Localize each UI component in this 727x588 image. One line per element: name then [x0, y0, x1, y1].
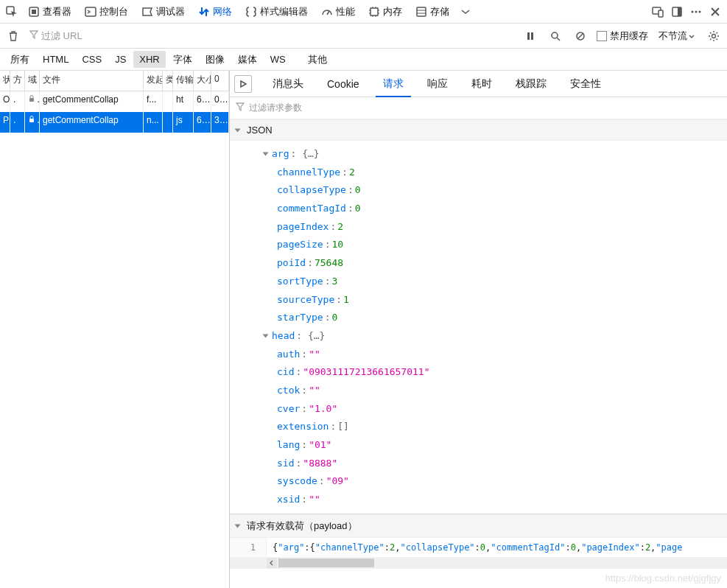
- request-row[interactable]: PO . getCommentCollap n... js 6.... 3...: [0, 112, 229, 133]
- tree-leaf[interactable]: sid: "8888": [250, 455, 727, 473]
- param-filter-input[interactable]: 过滤请求参数: [230, 97, 727, 119]
- block-button[interactable]: [572, 27, 589, 45]
- col-file[interactable]: 文件: [40, 71, 144, 91]
- payload-scrollbar[interactable]: [230, 557, 727, 569]
- tab-performance[interactable]: 性能: [315, 2, 361, 21]
- dtab-stack[interactable]: 栈跟踪: [504, 71, 558, 97]
- tree-leaf[interactable]: pageSize: 10: [250, 236, 727, 254]
- settings-button[interactable]: [705, 27, 723, 45]
- tree-leaf[interactable]: starType: 0: [250, 309, 727, 327]
- tree-node-head[interactable]: head: {…}: [250, 327, 727, 346]
- tab-performance-label: 性能: [336, 5, 355, 18]
- col-status[interactable]: 状: [0, 71, 10, 91]
- tab-inspector-label: 查看器: [43, 5, 71, 18]
- tree-leaf[interactable]: xsid: "": [250, 491, 727, 509]
- detail-content[interactable]: JSON arg: {…} channelType: 2collapseType…: [230, 119, 727, 588]
- filter-icon: [29, 30, 38, 41]
- type-css[interactable]: CSS: [76, 51, 108, 68]
- checkbox-icon: [597, 31, 607, 41]
- tab-memory[interactable]: 内存: [362, 2, 408, 21]
- tree-leaf[interactable]: ctok: "": [250, 382, 727, 400]
- col-initiator[interactable]: 发起: [144, 71, 163, 91]
- url-filter-input[interactable]: 过滤 URL: [27, 28, 174, 44]
- resend-button[interactable]: [234, 75, 252, 93]
- tab-inspector[interactable]: 查看器: [22, 2, 77, 21]
- scroll-left-icon[interactable]: [267, 558, 277, 568]
- scrollbar-thumb[interactable]: [278, 559, 374, 567]
- debugger-icon: [141, 6, 153, 18]
- search-button[interactable]: [547, 27, 564, 45]
- tree-leaf[interactable]: syscode: "09": [250, 472, 727, 491]
- close-devtools-icon[interactable]: [706, 3, 724, 21]
- payload-text[interactable]: {"arg":{"channelType":2,"collapseType":0…: [267, 538, 727, 557]
- request-type-filter: 所有 HTML CSS JS XHR 字体 图像 媒体 WS 其他: [0, 49, 727, 71]
- col-transferred[interactable]: 大小: [194, 71, 211, 91]
- col-method[interactable]: 方: [10, 71, 25, 91]
- tab-console[interactable]: 控制台: [79, 2, 134, 21]
- type-js[interactable]: JS: [109, 51, 132, 68]
- svg-rect-5: [417, 7, 426, 16]
- lock-icon: [28, 95, 37, 104]
- tree-leaf[interactable]: pageIndex: 2: [250, 218, 727, 237]
- tree-leaf[interactable]: auth: "": [250, 346, 727, 364]
- tab-debugger[interactable]: 调试器: [136, 2, 191, 21]
- tab-storage-label: 存储: [430, 5, 449, 18]
- throttle-select[interactable]: 不节流: [656, 28, 698, 44]
- storage-icon: [415, 6, 427, 18]
- tree-leaf[interactable]: poiId: 75648: [250, 254, 727, 273]
- type-xhr[interactable]: XHR: [133, 51, 165, 68]
- pause-button[interactable]: [521, 27, 539, 45]
- tree-leaf[interactable]: channelType: 2: [250, 164, 727, 182]
- type-all[interactable]: 所有: [4, 50, 35, 69]
- tree-leaf[interactable]: cid: "09031117213661657011": [250, 363, 727, 382]
- tree-leaf[interactable]: sortType: 3: [250, 273, 727, 291]
- tree-node-arg[interactable]: arg: {…}: [250, 145, 727, 164]
- col-size[interactable]: 0: [211, 71, 229, 91]
- tree-leaf[interactable]: sourceType: 1: [250, 291, 727, 309]
- tab-storage[interactable]: 存储: [410, 2, 455, 21]
- tree-leaf[interactable]: collapseType: 0: [250, 181, 727, 200]
- payload-section-header[interactable]: 请求有效载荷（payload）: [230, 514, 727, 538]
- tab-style-editor[interactable]: 样式编辑器: [239, 2, 314, 21]
- inspector-icon: [28, 6, 40, 18]
- request-list: 状 方 域 文件 发起 类 传输 大小 0 O . getCommentColl…: [0, 71, 230, 588]
- col-domain[interactable]: 域: [25, 71, 40, 91]
- performance-icon: [321, 6, 333, 18]
- more-tabs-icon[interactable]: [457, 3, 474, 21]
- json-section-header[interactable]: JSON: [230, 119, 727, 141]
- type-html[interactable]: HTML: [37, 51, 74, 68]
- json-tree: arg: {…} channelType: 2collapseType: 0co…: [230, 141, 727, 514]
- tree-leaf[interactable]: lang: "01": [250, 436, 727, 455]
- request-row[interactable]: O . getCommentCollap f... ht 6... 0...: [0, 91, 229, 112]
- tree-leaf[interactable]: cver: "1.0": [250, 400, 727, 419]
- tab-style-label: 样式编辑器: [260, 5, 308, 18]
- twisty-icon: [263, 153, 269, 156]
- disable-cache-checkbox[interactable]: 禁用缓存: [597, 29, 648, 43]
- dtab-security[interactable]: 安全性: [558, 71, 613, 97]
- throttle-label: 不节流: [658, 29, 687, 43]
- type-font[interactable]: 字体: [167, 50, 198, 69]
- param-filter-placeholder: 过滤请求参数: [249, 102, 302, 114]
- dtab-headers[interactable]: 消息头: [261, 71, 315, 97]
- type-image[interactable]: 图像: [200, 50, 231, 69]
- svg-point-12: [699, 10, 701, 13]
- dtab-request[interactable]: 请求: [371, 71, 415, 97]
- tab-network[interactable]: 网络: [192, 2, 238, 21]
- type-ws[interactable]: WS: [264, 51, 292, 68]
- tree-leaf[interactable]: extension: []: [250, 418, 727, 436]
- type-other[interactable]: 其他: [302, 50, 333, 69]
- svg-rect-19: [29, 119, 34, 122]
- dock-side-icon[interactable]: [668, 3, 686, 21]
- dtab-cookies[interactable]: Cookie: [315, 72, 371, 96]
- clear-button[interactable]: [4, 27, 22, 45]
- tree-leaf[interactable]: commentTagId: 0: [250, 200, 727, 218]
- dtab-timing[interactable]: 耗时: [460, 71, 504, 97]
- pick-element-icon[interactable]: [3, 3, 21, 21]
- detail-panel: 消息头 Cookie 请求 响应 耗时 栈跟踪 安全性 过滤请求参数 JSON …: [230, 71, 727, 588]
- col-type[interactable]: 传输: [173, 71, 194, 91]
- responsive-design-icon[interactable]: [649, 3, 667, 21]
- type-media[interactable]: 媒体: [232, 50, 263, 69]
- col-cause[interactable]: 类: [163, 71, 173, 91]
- kebab-menu-icon[interactable]: [687, 3, 705, 21]
- dtab-response[interactable]: 响应: [415, 71, 460, 97]
